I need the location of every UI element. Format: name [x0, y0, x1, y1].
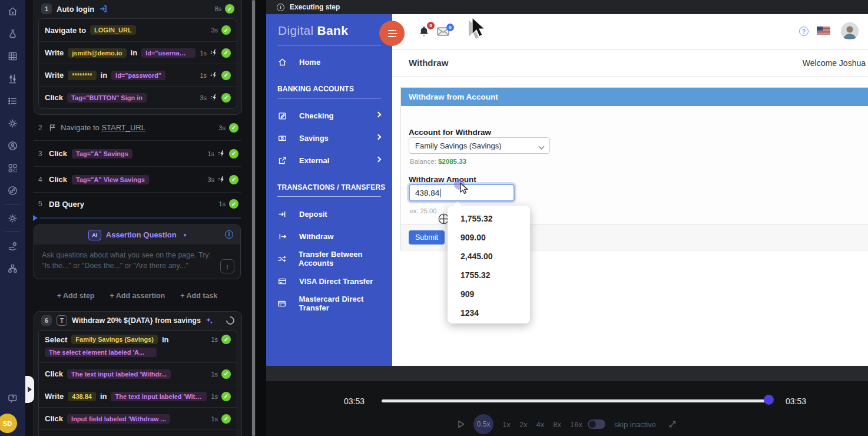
messages-envelope[interactable]: 0: [437, 27, 449, 36]
speed-option[interactable]: 4x: [536, 420, 545, 429]
dropdown-option[interactable]: 909: [448, 285, 530, 303]
sidebar-item-deposit[interactable]: Deposit: [266, 203, 392, 225]
sidebar-item-label: External: [299, 156, 329, 165]
assertion-input-area[interactable]: Ask questions about what you see on the …: [34, 245, 240, 279]
step-row[interactable]: Write 438.84 in Tag="INPUT": [39, 430, 237, 436]
dropdown-option[interactable]: 2,445.00: [448, 247, 530, 266]
steps-scrollbar-track[interactable]: [251, 0, 256, 436]
sidebar-item-savings[interactable]: Savings: [266, 127, 392, 149]
user-avatar[interactable]: [841, 22, 859, 40]
step-duration: 1s: [211, 336, 218, 343]
step-row[interactable]: 2 Navigate to START_URL 3s ✓: [34, 115, 241, 141]
add-task-button[interactable]: + Add task: [180, 292, 217, 300]
sidebar-item-home[interactable]: Home: [266, 51, 392, 73]
deposit-icon: [277, 210, 287, 219]
step-row[interactable]: 5 DB Query 1s ✓: [34, 193, 241, 215]
workflow-icon[interactable]: [0, 257, 25, 279]
step-row[interactable]: Click The text input labeled 'Withdr... …: [39, 362, 237, 385]
fullscreen-icon[interactable]: [668, 420, 677, 428]
test-steps-panel: 1 Auto login 8s ✓ Navigate to LOGIN_URL …: [25, 0, 251, 436]
preferences-gear-icon[interactable]: [0, 207, 25, 229]
external-link-icon: [277, 156, 287, 165]
speed-option[interactable]: 8x: [553, 420, 561, 429]
account-select[interactable]: Family Savings (Savings): [409, 137, 550, 154]
step-row[interactable]: Click Input field labeled 'Withdraw ... …: [39, 407, 237, 430]
success-check-icon: ✓: [221, 414, 231, 424]
home-icon[interactable]: [0, 0, 25, 22]
chevron-right-icon: [376, 157, 382, 163]
dropdown-option[interactable]: 1755.32: [448, 266, 530, 285]
help-chat-icon[interactable]: [0, 389, 25, 409]
sidebar-item-transfer[interactable]: Transfer Between Accounts: [266, 247, 392, 270]
in-word: in: [100, 392, 107, 401]
sidebar-item-external[interactable]: External: [266, 149, 392, 171]
flag-icon: [49, 124, 56, 131]
step-group-header[interactable]: 6 T Withdraw 20% ${DATA} from savings: [34, 312, 241, 329]
insertion-marker[interactable]: [39, 217, 241, 219]
seek-handle[interactable]: [764, 395, 774, 405]
welcome-text: Welcome Joshua: [803, 58, 866, 68]
step-row[interactable]: Write 438.84 in The text input labeled '…: [39, 385, 237, 407]
toggle-knob: [589, 421, 596, 428]
sidebar-item-checking[interactable]: Checking: [266, 104, 392, 127]
speed-option[interactable]: 1x: [502, 420, 511, 429]
assertion-header[interactable]: AI Assertion Question ▾ i: [34, 225, 240, 245]
help-icon[interactable]: ?: [799, 27, 809, 36]
page-header-row: Withdraw Welcome Joshua: [392, 49, 868, 77]
submit-button[interactable]: Submit: [409, 230, 445, 245]
notifications-bell[interactable]: 0: [418, 25, 430, 38]
locator-badge: Id="username": [141, 48, 196, 58]
speed-option[interactable]: 16x: [570, 420, 582, 429]
step-number: 4: [38, 176, 44, 184]
step-row[interactable]: 3 Click Tag="A" Savings 1s ✓: [34, 141, 241, 167]
rail-divider: [5, 232, 21, 232]
language-flag-icon[interactable]: [817, 27, 830, 35]
agent-icon[interactable]: [0, 134, 25, 157]
step-row[interactable]: Write ******** in Id="password" 1s ✓: [39, 64, 237, 86]
sliders-icon[interactable]: [0, 67, 25, 90]
grid-icon[interactable]: [0, 45, 25, 67]
mail-badge: 0: [446, 24, 454, 31]
sidebar-item-mastercard-transfer[interactable]: Mastercard Direct Transfer: [266, 292, 392, 315]
step-row[interactable]: Click Tag="BUTTON" Sign in 3s ✓: [39, 86, 237, 108]
sidebar-item-withdraw[interactable]: Withdraw: [266, 225, 392, 247]
modules-icon[interactable]: [0, 157, 25, 179]
step-group-header[interactable]: 1 Auto login 8s ✓: [34, 0, 241, 18]
chevron-down-icon[interactable]: ▾: [184, 232, 187, 238]
services-icon[interactable]: [0, 234, 25, 257]
skip-inactive-toggle[interactable]: [588, 420, 605, 429]
step-row[interactable]: Write jsmith@demo.io in Id="username" 1s…: [39, 41, 237, 64]
hamburger-menu-button[interactable]: [379, 21, 405, 46]
link-icon[interactable]: [0, 179, 25, 202]
step-row[interactable]: Navigate to LOGIN_URL 3s ✓: [39, 19, 237, 41]
sparkle-icon: [206, 317, 213, 325]
add-assertion-button[interactable]: + Add assertion: [110, 292, 165, 300]
dropdown-option[interactable]: 1,755.32: [448, 209, 530, 228]
dropdown-option[interactable]: 909.00: [448, 228, 530, 247]
play-icon[interactable]: [458, 420, 465, 428]
step-row[interactable]: 4 Click Tag="A" View Savings 3s ✓: [34, 167, 241, 193]
info-icon: i: [277, 4, 284, 11]
panel-collapse-handle[interactable]: [25, 376, 34, 403]
mouse-cursor-large: [465, 16, 485, 42]
success-check-icon: ✓: [229, 175, 238, 184]
elapsed-time: 03:53: [344, 397, 365, 406]
sidebar-item-visa-transfer[interactable]: VISA Direct Transfer: [266, 270, 392, 292]
checklist-icon[interactable]: [0, 90, 25, 112]
variable-link[interactable]: START_URL: [101, 123, 145, 132]
info-icon[interactable]: i: [225, 230, 233, 239]
add-step-button[interactable]: + Add step: [57, 292, 95, 300]
dropdown-option[interactable]: 1234: [448, 303, 530, 322]
seek-track[interactable]: [382, 399, 771, 402]
step-row[interactable]: Select Family Savings (Savings) in 1s ✓ …: [39, 331, 237, 362]
bank-logo[interactable]: Digital Bank: [266, 14, 392, 38]
submit-question-button[interactable]: ↑: [220, 259, 234, 273]
checking-icon: [277, 111, 287, 120]
settings-gear-icon[interactable]: [0, 112, 25, 134]
speed-option[interactable]: 2x: [519, 420, 528, 429]
step-action: Write: [45, 71, 64, 80]
steps-scrollbar-thumb[interactable]: [252, 0, 255, 436]
chevron-down-icon: [539, 144, 545, 150]
flask-icon[interactable]: [0, 22, 25, 45]
speed-option-active[interactable]: 0.5x: [473, 414, 493, 434]
